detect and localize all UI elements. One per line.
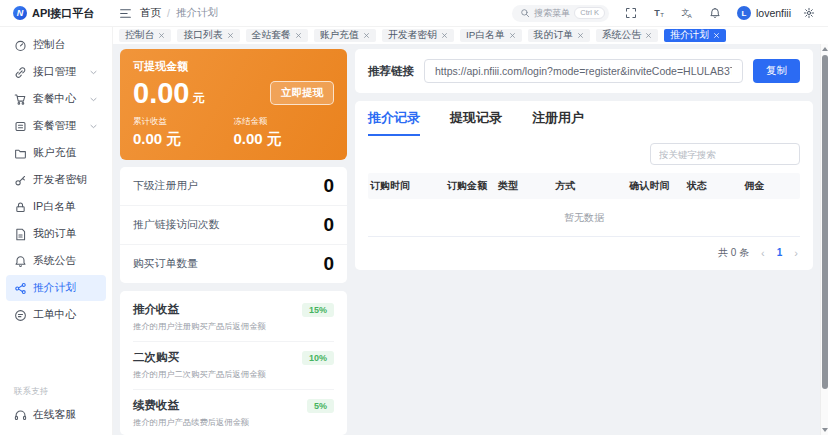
main-content: 可提现金额 0.00 元 立即提现 累计收益 0.00 元 冻结金额 0.00 … <box>113 44 820 435</box>
copy-button[interactable]: 复制 <box>753 59 800 83</box>
sidebar-collapse-icon[interactable] <box>119 7 132 20</box>
scrollbar[interactable] <box>820 44 828 435</box>
fullscreen-icon[interactable] <box>625 7 637 19</box>
close-icon[interactable] <box>645 32 652 39</box>
records-tab[interactable]: 推介记录 <box>368 109 420 136</box>
table-column-header: 佣金 <box>742 179 800 193</box>
sidebar-item[interactable]: 套餐中心 <box>6 86 106 112</box>
headset-icon <box>14 409 27 422</box>
menu-search-shortcut: Ctrl K <box>574 7 605 19</box>
ticket-icon <box>14 309 27 322</box>
sidebar-item[interactable]: 开发者密钥 <box>6 167 106 193</box>
sidebar-item[interactable]: 账户充值 <box>6 140 106 166</box>
settings-gear-icon[interactable] <box>803 7 815 19</box>
sidebar-item-online-support[interactable]: 在线客服 <box>6 402 106 428</box>
close-icon[interactable] <box>509 32 516 39</box>
page-tab-label: 控制台 <box>125 29 154 42</box>
page-tab[interactable]: 账户充值 <box>314 29 376 42</box>
scrollbar-thumb[interactable] <box>822 55 828 389</box>
scroll-down-arrow-icon[interactable] <box>822 428 828 432</box>
wallet-amount-row: 0.00 元 立即提现 <box>133 78 334 108</box>
breadcrumb-home[interactable]: 首页 <box>140 6 161 20</box>
page-tab-label: 接口列表 <box>183 29 222 42</box>
records-tab[interactable]: 提现记录 <box>450 109 502 136</box>
close-icon[interactable] <box>713 32 720 39</box>
commission-title: 二次购买 <box>133 350 179 365</box>
promo-stats-card: 下级注册用户 0 推广链接访问次数 0 购买订单数量 0 <box>120 167 347 283</box>
breadcrumb-current: 推介计划 <box>176 6 218 20</box>
svg-text:A: A <box>688 13 692 19</box>
sidebar-item[interactable]: 推介计划 <box>6 275 106 301</box>
sidebar-item[interactable]: IP白名单 <box>6 194 106 220</box>
menu-search[interactable]: 搜索菜单 Ctrl K <box>512 5 609 22</box>
brand: N API接口平台 <box>0 6 113 21</box>
close-icon[interactable] <box>363 32 370 39</box>
username: lovenfiii <box>756 7 791 19</box>
empty-state: 暂无数据 <box>368 199 800 237</box>
records-tabs: 推介记录 提现记录 注册用户 <box>368 101 800 136</box>
app-header: N API接口平台 首页 / 推介计划 搜索菜单 Ctrl K TT 文A L … <box>0 0 828 27</box>
page-tab-label: IP白名单 <box>466 29 505 42</box>
referral-link-card: 推荐链接 复制 <box>355 49 813 93</box>
close-icon[interactable] <box>158 32 165 39</box>
stat-row: 推广链接访问次数 0 <box>120 205 347 244</box>
table-column-header: 类型 <box>496 179 554 193</box>
table-column-header: 方式 <box>554 179 628 193</box>
rate-badge: 10% <box>302 351 334 365</box>
sidebar-item[interactable]: 系统公告 <box>6 248 106 274</box>
font-size-icon[interactable]: TT <box>653 7 665 19</box>
sidebar-item[interactable]: 接口管理 <box>6 59 106 85</box>
cart-icon <box>14 93 27 106</box>
pagination-next[interactable]: › <box>794 248 798 259</box>
notification-icon[interactable] <box>709 7 721 19</box>
sidebar-item-label: 我的订单 <box>33 227 76 241</box>
app-logo-icon: N <box>13 6 27 20</box>
scroll-up-arrow-icon[interactable] <box>822 47 828 51</box>
pagination-page-1[interactable]: 1 <box>777 248 783 258</box>
page-tab[interactable]: 系统公告 <box>596 29 658 42</box>
wallet-sub-stat: 冻结金额 0.00 元 <box>234 116 335 149</box>
sidebar-support: 联系支持 在线客服 <box>0 386 112 429</box>
pagination-prev[interactable]: ‹ <box>761 248 765 259</box>
referral-link-label: 推荐链接 <box>368 64 414 79</box>
table-header-row: 订购时间 订购金额 类型 方式 确认时间 状态 佣金 <box>368 173 800 199</box>
sidebar-item[interactable]: 控制台 <box>6 32 106 58</box>
withdraw-button[interactable]: 立即提现 <box>270 81 334 105</box>
chevron-down-icon <box>89 122 98 131</box>
translate-icon[interactable]: 文A <box>681 7 693 19</box>
key-icon <box>14 174 27 187</box>
close-icon[interactable] <box>227 32 234 39</box>
page-tab[interactable]: 我的订单 <box>528 29 590 42</box>
page-tab[interactable]: 开发者密钥 <box>382 29 454 42</box>
close-icon[interactable] <box>295 32 302 39</box>
sidebar-item-label: 系统公告 <box>33 254 76 268</box>
sidebar-item[interactable]: 套餐管理 <box>6 113 106 139</box>
referral-link-input[interactable] <box>424 59 743 83</box>
user-menu[interactable]: L lovenfiii <box>737 6 791 20</box>
close-icon[interactable] <box>577 32 584 39</box>
right-column: 推荐链接 复制 推介记录 提现记录 注册用户 <box>355 49 813 435</box>
page-tab[interactable]: 全站套餐 <box>246 29 308 42</box>
sidebar-item[interactable]: 我的订单 <box>6 221 106 247</box>
table-column-header: 订购时间 <box>368 179 445 193</box>
page-tab[interactable]: 控制台 <box>119 29 171 42</box>
wallet-sub-stats: 累计收益 0.00 元 冻结金额 0.00 元 <box>133 116 334 149</box>
keyword-search-input[interactable] <box>650 143 800 165</box>
page-tab[interactable]: 接口列表 <box>177 29 239 42</box>
table-column-header: 订购金额 <box>445 179 496 193</box>
page-tab[interactable]: IP白名单 <box>460 29 522 42</box>
page-tab[interactable]: 推介计划 <box>664 29 726 42</box>
package-icon <box>14 120 27 133</box>
sidebar-item-label: 工单中心 <box>33 308 76 322</box>
sidebar-menu: 控制台 接口管理 套餐中心 套餐管理 账 <box>0 32 112 328</box>
wallet-unit: 元 <box>192 90 204 107</box>
page-tab-label: 账户充值 <box>320 29 359 42</box>
close-icon[interactable] <box>441 32 448 39</box>
support-heading: 联系支持 <box>14 386 112 398</box>
table-column-header: 确认时间 <box>627 179 685 193</box>
sidebar-item-label: IP白名单 <box>33 200 76 214</box>
dashboard-icon <box>14 39 27 52</box>
stat-row: 购买订单数量 0 <box>120 244 347 283</box>
sidebar-item[interactable]: 工单中心 <box>6 302 106 328</box>
records-tab[interactable]: 注册用户 <box>532 109 584 136</box>
